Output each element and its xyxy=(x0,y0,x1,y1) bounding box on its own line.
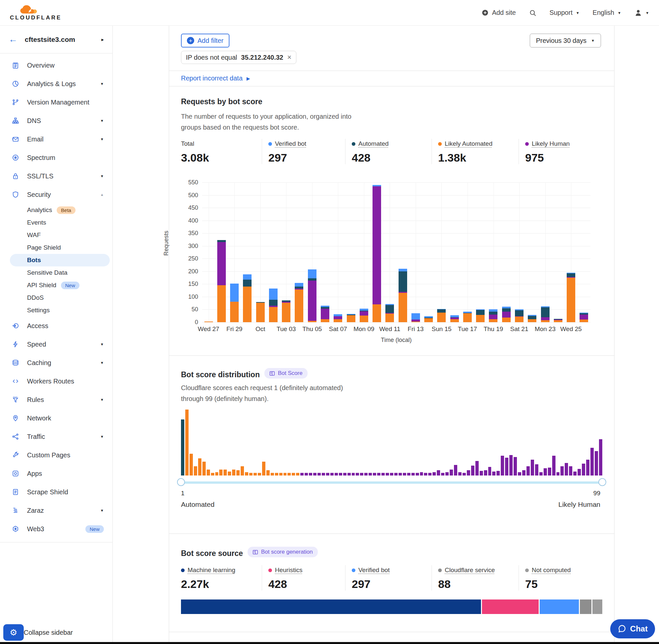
histogram-bar-score-9[interactable] xyxy=(215,472,218,476)
bar-sun-01[interactable] xyxy=(254,182,267,322)
bar-sun-15[interactable] xyxy=(435,182,448,322)
bar-sun-22[interactable] xyxy=(526,182,539,322)
histogram-bar-score-76[interactable] xyxy=(501,456,504,476)
histogram-bar-score-45[interactable] xyxy=(369,473,372,476)
histogram-bar-score-5[interactable] xyxy=(198,458,202,476)
histogram-bar-score-12[interactable] xyxy=(228,472,231,476)
bar-fri-20[interactable] xyxy=(500,182,513,322)
histogram-bar-score-81[interactable] xyxy=(522,470,525,476)
histogram-bar-score-49[interactable] xyxy=(386,473,389,476)
bar-fri-29[interactable] xyxy=(228,182,241,322)
sidebar-subitem-bots[interactable]: Bots xyxy=(10,254,110,267)
histogram-bar-score-97[interactable] xyxy=(590,448,594,476)
sidebar-item-speed[interactable]: Speed▼ xyxy=(0,335,112,353)
histogram-bar-score-31[interactable] xyxy=(309,473,312,476)
histogram-bar-score-34[interactable] xyxy=(322,473,325,476)
sidebar-item-web3[interactable]: Web3New xyxy=(0,520,112,538)
sidebar-item-analytics-logs[interactable]: Analytics & Logs▼ xyxy=(0,74,112,93)
histogram-bar-score-6[interactable] xyxy=(203,462,206,476)
sidebar-item-dns[interactable]: DNS▼ xyxy=(0,112,112,130)
support-menu[interactable]: Support ▼ xyxy=(549,9,580,17)
sidebar-item-scrape-shield[interactable]: Scrape Shield xyxy=(0,483,112,501)
bar-mon-16[interactable] xyxy=(448,182,461,322)
sidebar-item-spectrum[interactable]: Spectrum xyxy=(0,148,112,167)
sidebar-subitem-events[interactable]: Events xyxy=(0,216,112,229)
histogram-bar-score-65[interactable] xyxy=(454,465,457,476)
sidebar-item-apps[interactable]: Apps xyxy=(0,464,112,483)
histogram-bar-score-35[interactable] xyxy=(326,473,329,476)
histogram-bar-score-90[interactable] xyxy=(560,466,564,476)
histogram-bar-score-86[interactable] xyxy=(544,468,547,476)
bot-score-doc-badge[interactable]: Bot Score xyxy=(264,368,308,378)
histogram-bar-score-87[interactable] xyxy=(548,467,551,476)
bar-tue-24[interactable] xyxy=(551,182,564,322)
bar-tue-17[interactable] xyxy=(461,182,474,322)
histogram-bar-score-75[interactable] xyxy=(496,471,500,476)
bar-sat-21[interactable] xyxy=(513,182,525,322)
histogram-bar-score-27[interactable] xyxy=(292,473,295,476)
histogram-bar-score-48[interactable] xyxy=(381,473,385,476)
histogram-bar-score-70[interactable] xyxy=(475,461,479,476)
bar-tue-10[interactable] xyxy=(370,182,383,322)
histogram-bar-score-16[interactable] xyxy=(245,472,248,476)
histogram-bar-score-28[interactable] xyxy=(296,473,299,476)
source-segment-heuristics[interactable] xyxy=(482,599,539,614)
bar-wed-18[interactable] xyxy=(474,182,487,322)
histogram-bar-score-38[interactable] xyxy=(339,473,342,476)
sidebar-item-custom-pages[interactable]: Custom Pages xyxy=(0,446,112,464)
histogram-bar-score-1[interactable] xyxy=(181,419,184,476)
histogram-bar-score-62[interactable] xyxy=(441,473,444,476)
histogram-bar-score-2[interactable] xyxy=(185,410,189,476)
histogram-bar-score-96[interactable] xyxy=(586,460,589,476)
histogram-bar-score-18[interactable] xyxy=(254,473,257,476)
histogram-bar-score-63[interactable] xyxy=(445,472,449,476)
bar-thu-12[interactable] xyxy=(396,182,409,322)
source-segment-not-computed[interactable] xyxy=(592,599,602,614)
histogram-bar-score-73[interactable] xyxy=(488,467,492,476)
histogram-bar-score-26[interactable] xyxy=(287,473,291,476)
sidebar-item-network[interactable]: Network xyxy=(0,409,112,427)
histogram-bar-score-80[interactable] xyxy=(518,472,521,476)
report-incorrect-data-link[interactable]: Report incorrect data xyxy=(181,74,243,82)
histogram-bar-score-95[interactable] xyxy=(582,464,585,476)
histogram-bar-score-64[interactable] xyxy=(450,469,453,476)
histogram-bar-score-57[interactable] xyxy=(420,472,423,476)
search-button[interactable] xyxy=(529,9,536,17)
histogram-bar-score-67[interactable] xyxy=(463,473,466,476)
histogram-bar-score-83[interactable] xyxy=(531,460,534,476)
bar-mon-02[interactable] xyxy=(267,182,280,322)
histogram-bar-score-43[interactable] xyxy=(360,473,363,476)
settings-gear-button[interactable]: ⚙ xyxy=(3,624,24,641)
bar-thu-28[interactable] xyxy=(215,182,228,322)
histogram-bar-score-78[interactable] xyxy=(509,455,513,476)
bar-wed-11[interactable] xyxy=(383,182,396,322)
chevron-right-icon[interactable]: ▸ xyxy=(101,37,104,43)
source-segment-machine-learning[interactable] xyxy=(181,599,481,614)
histogram-bar-score-42[interactable] xyxy=(356,473,359,476)
histogram-bar-score-41[interactable] xyxy=(352,473,355,476)
histogram-bar-score-85[interactable] xyxy=(539,472,543,476)
histogram-bar-score-7[interactable] xyxy=(207,469,210,476)
sidebar-item-access[interactable]: Access xyxy=(0,317,112,335)
histogram-bar-score-30[interactable] xyxy=(305,473,308,476)
histogram-bar-score-29[interactable] xyxy=(300,473,304,476)
histogram-bar-score-14[interactable] xyxy=(236,470,240,476)
histogram-bar-score-94[interactable] xyxy=(578,469,581,476)
histogram-bar-score-82[interactable] xyxy=(526,466,530,476)
histogram-bar-score-66[interactable] xyxy=(458,472,462,476)
histogram-bar-score-44[interactable] xyxy=(364,473,368,476)
bar-tue-03[interactable] xyxy=(280,182,293,322)
histogram-bar-score-8[interactable] xyxy=(211,473,214,476)
histogram-bar-score-61[interactable] xyxy=(437,470,440,476)
histogram-bar-score-20[interactable] xyxy=(262,462,265,476)
histogram-bar-score-24[interactable] xyxy=(279,473,283,476)
sidebar-item-version-management[interactable]: Version Management xyxy=(0,93,112,112)
histogram-bar-score-60[interactable] xyxy=(432,472,436,476)
histogram-bar-score-77[interactable] xyxy=(505,458,508,476)
histogram-bar-score-32[interactable] xyxy=(313,473,316,476)
add-filter-button[interactable]: + Add filter xyxy=(181,33,230,47)
histogram-bar-score-25[interactable] xyxy=(283,473,287,476)
bar-mon-23[interactable] xyxy=(539,182,551,322)
slider-handle-min[interactable] xyxy=(177,478,185,486)
histogram-bar-score-22[interactable] xyxy=(270,473,274,476)
